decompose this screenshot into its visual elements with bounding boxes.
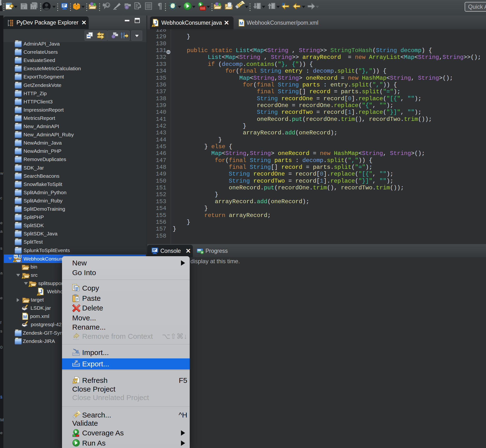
svg-text:M: M	[23, 314, 27, 320]
svg-text:M: M	[14, 255, 17, 258]
svg-text:M: M	[240, 21, 243, 26]
svg-text:J: J	[18, 255, 21, 259]
